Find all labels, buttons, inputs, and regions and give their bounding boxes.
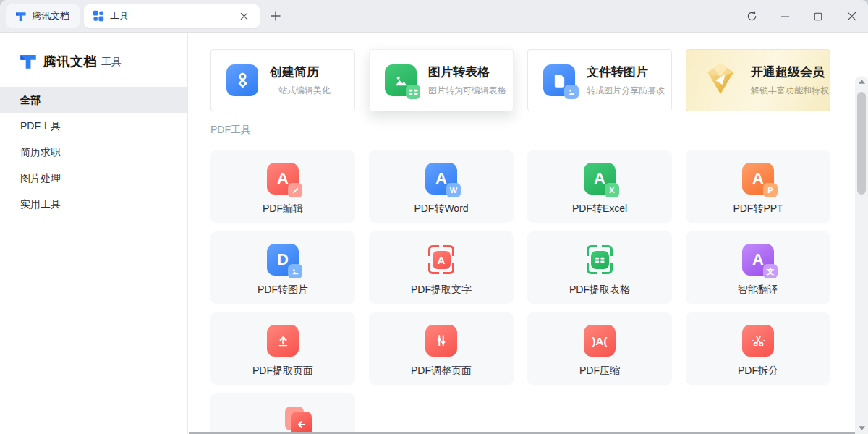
feature-card-subtitle: 图片转为可编辑表格 [428,85,506,97]
tencent-docs-logo-icon [14,10,27,22]
badge-icon: 文 [763,264,778,278]
scroll-down-icon[interactable] [855,422,868,434]
badge-icon [564,85,579,99]
pdf-edit-icon: A [267,163,299,195]
scrollbar-thumb[interactable] [857,92,866,195]
tool-label: PDF编辑 [263,203,303,216]
pdf-to-image-icon: D [267,244,299,276]
smart-translate-icon: A文 [742,244,774,276]
sidebar: 腾讯文档 工具 全部PDF工具简历求职图片处理实用工具 [0,33,188,434]
tool-card-pdf-edit[interactable]: APDF编辑 [210,150,355,223]
tool-label: PDF压缩 [579,365,620,378]
tencent-docs-logo-icon [18,51,38,71]
resume-icon [226,64,258,96]
feature-card-create-resume[interactable]: 创建简历一站式编辑美化 [210,49,355,111]
tool-card-pdf-compress[interactable]: )A(PDF压缩 [527,312,672,385]
pdf-extract-text-icon: A [425,244,457,276]
tool-card-pdf-merge[interactable] [210,393,355,434]
tool-card-pdf-extract-table[interactable]: PDF提取表格 [527,231,672,304]
tool-card-pdf-extract-text[interactable]: APDF提取文字 [369,231,514,304]
pdf-compress-icon: )A( [584,325,616,357]
pdf-adjust-pages-icon [425,325,457,357]
tool-card-pdf-to-image[interactable]: DPDF转图片 [210,231,355,304]
badge-icon: P [763,183,778,197]
pdf-extract-pages-icon [267,325,299,357]
tab-close-icon[interactable] [237,9,251,23]
file-to-image-icon [543,64,575,96]
tool-card-pdf-extract-pages[interactable]: PDF提取页面 [210,312,355,385]
tool-label: PDF转Word [414,203,468,216]
sidebar-item-pdf-tools[interactable]: PDF工具 [0,113,187,139]
feature-card-image-to-table[interactable]: 图片转表格图片转为可编辑表格 [369,49,514,111]
minimize-icon[interactable] [768,0,801,33]
badge-icon [288,183,302,197]
tool-label: 智能翻译 [738,284,778,297]
sidebar-item-resume-jobs[interactable]: 简历求职 [0,139,187,165]
tool-card-pdf-to-excel[interactable]: AXPDF转Excel [527,150,672,223]
tool-card-pdf-to-ppt[interactable]: APPDF转PPT [686,150,830,223]
sidebar-item-all[interactable]: 全部 [0,87,187,113]
tool-label: PDF转Excel [572,203,627,216]
window-controls [735,0,868,33]
tool-label: PDF拆分 [738,365,778,378]
brand: 腾讯文档 工具 [0,33,187,87]
pdf-to-word-icon: AW [425,163,457,195]
main-content: 创建简历一站式编辑美化图片转表格图片转为可编辑表格文件转图片转成图片分享防篡改开… [188,33,868,434]
tab-bar: 腾讯文档 工具 [0,0,868,33]
tab-tools[interactable]: 工具 [84,4,260,28]
feature-card-super-member[interactable]: 开通超级会员解锁丰富功能和特权 [686,49,830,111]
badge-icon [288,264,302,278]
feature-card-file-to-image[interactable]: 文件转图片转成图片分享防篡改 [527,49,672,111]
tool-label: PDF转图片 [258,284,308,297]
brand-title: 腾讯文档 [43,53,97,70]
badge-icon: W [446,183,461,197]
pdf-split-icon [742,325,774,357]
sidebar-nav: 全部PDF工具简历求职图片处理实用工具 [0,87,187,217]
tab-tencent-docs[interactable]: 腾讯文档 [6,4,80,28]
tool-label: PDF提取文字 [411,284,472,297]
scroll-up-icon[interactable] [855,76,868,88]
tool-label: PDF提取表格 [569,284,630,297]
vertical-scrollbar[interactable] [855,76,868,434]
refresh-icon[interactable] [735,0,768,33]
feature-card-subtitle: 一站式编辑美化 [270,85,331,97]
feature-card-title: 开通超级会员 [751,64,829,80]
new-tab-button[interactable] [266,7,285,25]
image-to-table-icon [385,64,417,96]
sidebar-item-image-processing[interactable]: 图片处理 [0,165,187,191]
feature-card-title: 图片转表格 [428,64,506,80]
app-window: 腾讯文档 工具 [0,0,868,434]
tab-label: 工具 [110,9,129,22]
feature-card-subtitle: 转成图片分享防篡改 [587,85,665,97]
badge-icon [406,85,420,99]
tab-label: 腾讯文档 [32,9,69,22]
diamond-icon [702,62,739,98]
feature-card-row: 创建简历一站式编辑美化图片转表格图片转为可编辑表格文件转图片转成图片分享防篡改开… [210,49,868,111]
feature-card-subtitle: 解锁丰富功能和特权 [751,85,829,97]
badge-icon: X [605,183,619,197]
sidebar-item-practical-tools[interactable]: 实用工具 [0,191,187,217]
pdf-to-excel-icon: AX [584,163,616,195]
close-icon[interactable] [835,0,868,33]
tool-label: PDF调整页面 [411,365,472,378]
feature-card-title: 创建简历 [270,64,331,80]
app-body: 腾讯文档 工具 全部PDF工具简历求职图片处理实用工具 创建简历一站式编辑美化图… [0,33,868,434]
pdf-to-ppt-icon: AP [742,163,774,195]
tool-card-pdf-adjust-pages[interactable]: PDF调整页面 [369,312,514,385]
tool-grid: APDF编辑AWPDF转WordAXPDF转ExcelAPPDF转PPTDPDF… [210,150,868,434]
brand-suffix: 工具 [101,54,122,69]
grid-icon [93,10,105,22]
pdf-extract-table-icon [584,244,616,276]
feature-card-title: 文件转图片 [587,64,665,80]
tool-label: PDF提取页面 [252,365,313,378]
tool-card-pdf-split[interactable]: PDF拆分 [686,312,830,385]
tool-label: PDF转PPT [733,203,783,216]
tool-card-pdf-to-word[interactable]: AWPDF转Word [369,150,514,223]
maximize-icon[interactable] [801,0,835,33]
section-title: PDF工具 [210,124,868,137]
tool-card-smart-translate[interactable]: A文智能翻译 [686,231,830,304]
